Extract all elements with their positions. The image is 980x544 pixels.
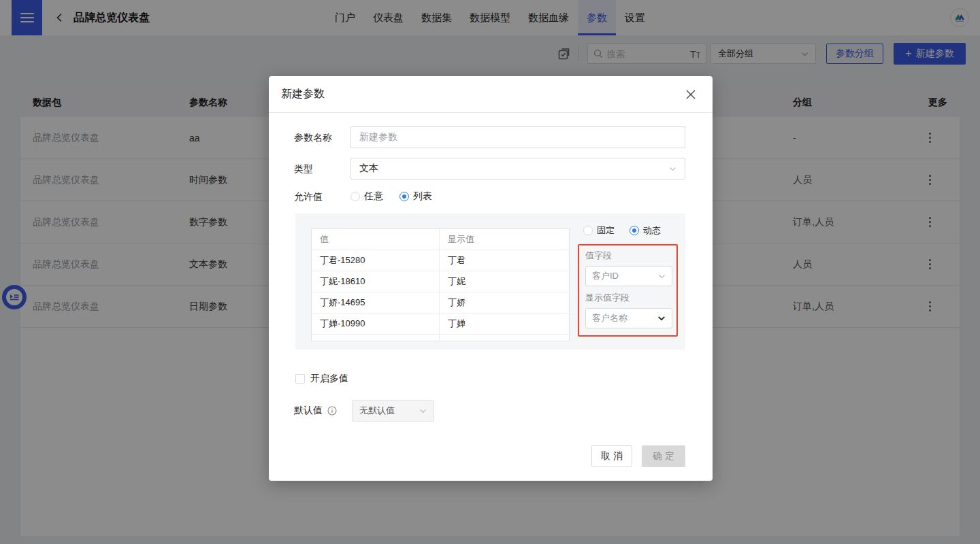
value-field-label: 值字段 xyxy=(585,250,670,262)
value-field-value: 客户ID xyxy=(592,270,619,282)
name-field-label: 参数名称 xyxy=(294,126,350,148)
new-parameter-modal: 新建参数 参数名称 类型 文本 允许值 任意 xyxy=(269,76,713,481)
value-cell: 丁君-15280 xyxy=(312,250,440,271)
display-col-header: 显示值 xyxy=(440,233,569,245)
cancel-button[interactable]: 取 消 xyxy=(591,445,632,467)
modal-header: 新建参数 xyxy=(269,76,713,113)
chevron-down-icon xyxy=(658,273,666,280)
multi-value-checkbox[interactable] xyxy=(295,374,305,384)
type-select[interactable]: 文本 xyxy=(350,158,685,180)
value-col-header: 值 xyxy=(312,229,440,250)
value-table-header: 值 显示值 xyxy=(312,229,569,250)
type-field-row: 类型 文本 xyxy=(294,158,685,180)
value-preview-table: 值 显示值 丁君-15280 丁君 丁妮-18610 丁妮 丁娇-14695 丁… xyxy=(311,228,570,341)
radio-icon xyxy=(583,226,593,235)
default-value-label: 默认值 xyxy=(294,405,323,417)
display-field-label: 显示值字段 xyxy=(585,292,670,304)
confirm-button[interactable]: 确 定 xyxy=(642,445,685,467)
display-cell: 丁婵 xyxy=(440,318,569,330)
value-table-row: 丁婵-10990 丁婵 xyxy=(312,313,569,335)
display-cell: 丁妮 xyxy=(440,275,569,288)
allow-value-label: 允许值 xyxy=(294,189,350,204)
multi-value-label: 开启多值 xyxy=(310,373,348,385)
close-icon[interactable] xyxy=(683,86,699,103)
value-table-row: 丁娇-14695 丁娇 xyxy=(312,292,569,313)
value-cell: 丁妮-18610 xyxy=(312,271,440,292)
value-cell: 丁娇-14695 xyxy=(312,292,440,313)
radio-icon-checked xyxy=(630,226,639,235)
value-field-select[interactable]: 客户ID xyxy=(585,266,672,286)
modal-title: 新建参数 xyxy=(281,87,325,101)
mode-radio-group: 固定 动态 xyxy=(583,224,661,237)
value-table-row-partial xyxy=(312,335,569,341)
value-table-row: 丁妮-18610 丁妮 xyxy=(312,271,569,292)
display-cell: 丁君 xyxy=(440,254,569,267)
modal-footer: 取 消 确 定 xyxy=(294,445,685,467)
default-value-select[interactable]: 无默认值 xyxy=(352,400,434,422)
allow-value-radio-group: 任意 列表 xyxy=(350,189,432,204)
type-field-label: 类型 xyxy=(294,158,350,180)
radio-list[interactable]: 列表 xyxy=(399,190,432,203)
chevron-down-icon xyxy=(669,165,676,173)
name-field-row: 参数名称 xyxy=(294,126,685,148)
display-cell: 丁娇 xyxy=(440,296,569,309)
value-cell: 丁婵-10990 xyxy=(312,313,440,334)
param-name-input[interactable] xyxy=(350,126,685,148)
default-value-text: 无默认值 xyxy=(359,405,395,417)
radio-dynamic[interactable]: 动态 xyxy=(630,224,661,237)
chevron-down-icon xyxy=(419,407,427,415)
multi-value-row: 开启多值 xyxy=(295,373,685,385)
radio-fixed[interactable]: 固定 xyxy=(583,224,615,237)
default-value-row: 默认值 无默认值 xyxy=(294,400,685,422)
type-select-value: 文本 xyxy=(359,163,378,175)
allow-value-row: 允许值 任意 列表 xyxy=(294,189,685,204)
modal-body: 参数名称 类型 文本 允许值 任意 列表 xyxy=(269,113,713,467)
value-table-row: 丁君-15280 丁君 xyxy=(312,250,569,271)
radio-icon-checked xyxy=(399,192,409,201)
value-list-panel: 值 显示值 丁君-15280 丁君 丁妮-18610 丁妮 丁娇-14695 丁… xyxy=(295,214,685,350)
chevron-down-icon xyxy=(657,314,666,322)
radio-any[interactable]: 任意 xyxy=(350,190,383,203)
dynamic-fields-highlight-box: 值字段 客户ID 显示值字段 客户名称 xyxy=(578,244,678,337)
display-field-value: 客户名称 xyxy=(592,312,627,324)
radio-icon xyxy=(350,192,360,201)
info-icon[interactable] xyxy=(327,406,337,415)
display-field-select[interactable]: 客户名称 xyxy=(585,308,672,328)
